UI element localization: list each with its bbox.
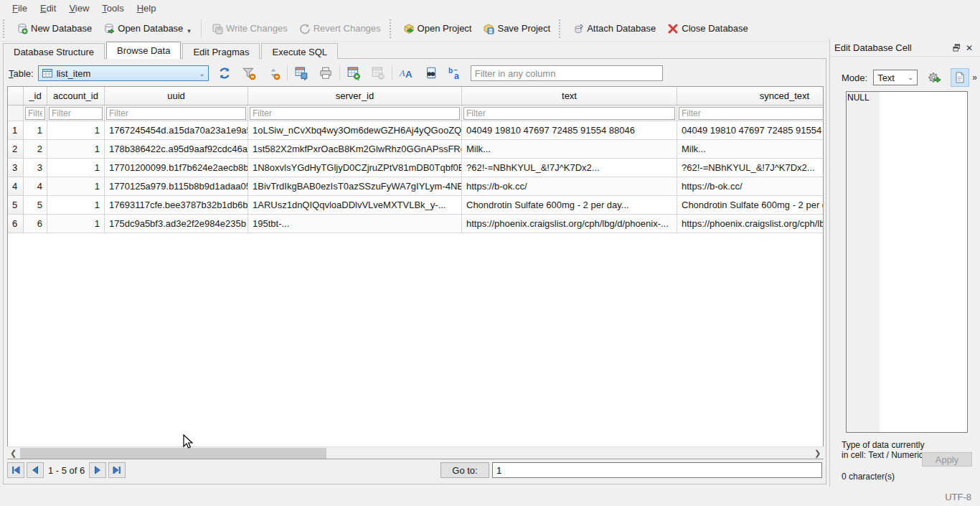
column-header-uuid[interactable]: uuid	[105, 87, 248, 106]
save-project-button[interactable]: Save Project	[477, 19, 556, 38]
menu-tools[interactable]: Tools	[95, 1, 130, 15]
open-project-button[interactable]: Open Project	[397, 19, 478, 38]
revert-changes-icon	[299, 23, 311, 34]
filter-input-text[interactable]	[463, 107, 675, 120]
scroll-left-arrow[interactable]: ❮	[7, 447, 19, 459]
grid-filter-row	[8, 106, 824, 121]
filter-input-synced-text[interactable]	[679, 107, 824, 120]
import-data-button[interactable]	[925, 68, 943, 87]
text-document-button[interactable]	[951, 68, 969, 87]
data-grid: _id account_id uuid server_id text synce…	[7, 86, 824, 459]
refresh-button[interactable]	[216, 65, 233, 82]
more-buttons-chevron[interactable]: »	[972, 72, 977, 83]
column-header-id[interactable]: _id	[24, 87, 47, 106]
menu-file[interactable]: File	[6, 1, 34, 15]
table-row[interactable]: 2 2 1 178b386422c.a95d9aaf92cdc46a 1st58…	[8, 140, 824, 159]
open-database-dropdown-caret[interactable]: ▾	[187, 27, 191, 34]
save-table-button[interactable]	[293, 65, 310, 82]
status-bar: UTF-8	[0, 487, 980, 506]
mode-select[interactable]: Text ⌄	[873, 70, 918, 85]
table-row[interactable]: 5 5 1 17693117cfe.bee3787b32b1db6b 1ARUs…	[8, 196, 824, 215]
filter-input-id[interactable]	[25, 107, 45, 120]
scrollbar-thumb[interactable]	[20, 448, 326, 459]
database-new-icon	[17, 23, 28, 34]
cell-type-info: Type of data currently in cell: Text / N…	[842, 440, 928, 460]
mode-select-value: Text	[877, 72, 895, 83]
filter-input-uuid[interactable]	[106, 107, 246, 120]
last-record-button[interactable]	[108, 462, 126, 478]
cell-editor-area[interactable]: NULL	[846, 91, 968, 433]
print-button[interactable]	[317, 65, 334, 82]
row-number: 3	[8, 159, 24, 177]
row-number: 5	[8, 196, 24, 215]
database-open-icon	[103, 23, 115, 34]
svg-text:A: A	[405, 69, 413, 80]
close-database-button[interactable]: Close Database	[661, 19, 754, 38]
filter-any-column-input[interactable]	[471, 65, 663, 81]
corner-header	[8, 87, 24, 106]
table-row[interactable]: 1 1 1 1767245454d.a15da70a23a1e9a5 1oLSi…	[8, 121, 824, 140]
column-header-server-id[interactable]: server_id	[248, 87, 462, 106]
close-panel-icon[interactable]: ✕	[963, 42, 976, 55]
write-changes-button[interactable]: Write Changes	[206, 19, 293, 38]
record-navigation: 1 - 5 of 6 Go to:	[7, 461, 825, 479]
encoding-indicator[interactable]: UTF-8	[945, 492, 971, 502]
column-header-text[interactable]: text	[462, 87, 677, 106]
dock-title: Edit Database Cell	[834, 42, 950, 53]
main-toolbar: New Database Open Database ▾ Write Chang…	[0, 16, 980, 42]
table-select-value: list_item	[57, 68, 91, 79]
browse-toolbar: Table: list_item ⌄	[4, 63, 826, 83]
delete-record-button[interactable]	[369, 65, 387, 82]
revert-changes-button[interactable]: Revert Changes	[293, 19, 387, 38]
clear-filters-button[interactable]	[240, 65, 258, 82]
table-row[interactable]: 3 3 1 17701200099.b1f7b624e2aecb8b 1N8ox…	[8, 159, 824, 177]
tab-browse-data[interactable]: Browse Data	[106, 42, 181, 59]
open-database-button[interactable]: Open Database ▾	[98, 19, 197, 38]
grid-header-row: _id account_id uuid server_id text synce…	[8, 87, 824, 106]
toolbar-separator	[201, 19, 202, 38]
replace-button[interactable]: ba	[446, 65, 463, 82]
edit-display-format-button[interactable]: AA	[397, 65, 415, 82]
table-row[interactable]: 4 4 1 1770125a979.b115b8b9d1adaa05 1BivT…	[8, 177, 824, 196]
write-changes-label: Write Changes	[226, 23, 288, 34]
next-record-button[interactable]	[89, 462, 106, 478]
filter-corner	[8, 106, 24, 121]
tab-database-structure[interactable]: Database Structure	[3, 43, 105, 59]
project-save-icon	[483, 23, 494, 34]
editor-gutter	[847, 92, 880, 432]
browse-toolbar-separator	[339, 65, 340, 81]
row-number: 1	[8, 121, 24, 140]
menu-view[interactable]: View	[62, 1, 95, 15]
column-header-synced-text[interactable]: synced_text	[677, 87, 824, 106]
filter-input-server-id[interactable]	[250, 107, 460, 120]
scroll-right-arrow[interactable]: ❯	[811, 447, 824, 459]
first-record-button[interactable]	[7, 462, 24, 478]
column-header-account-id[interactable]: account_id	[47, 87, 105, 106]
clear-sorting-button[interactable]	[265, 65, 282, 82]
toolbar-drag-handle	[3, 19, 9, 38]
svg-text:A: A	[399, 68, 405, 78]
edit-database-cell-panel: Edit Database Cell ✕ Mode: Text ⌄ » NULL	[829, 39, 980, 487]
horizontal-scrollbar[interactable]: ❮ ❯	[7, 446, 824, 459]
float-panel-icon[interactable]	[950, 42, 963, 55]
tab-execute-sql[interactable]: Execute SQL	[261, 43, 338, 59]
find-in-table-button[interactable]	[422, 65, 439, 82]
table-row[interactable]: 6 6 1 175dc9a5bf3.ad3e2f2e984e235b 195tb…	[8, 215, 824, 233]
character-count: 0 character(s)	[842, 472, 895, 482]
new-database-button[interactable]: New Database	[11, 19, 98, 38]
menu-edit[interactable]: Edit	[34, 1, 62, 15]
toolbar-drag-handle	[390, 19, 395, 38]
database-attach-icon	[573, 23, 584, 34]
filter-input-account-id[interactable]	[49, 107, 103, 120]
tab-edit-pragmas[interactable]: Edit Pragmas	[182, 43, 260, 59]
goto-record-input[interactable]	[492, 462, 822, 478]
attach-database-label: Attach Database	[587, 23, 656, 34]
menu-help[interactable]: Help	[131, 1, 163, 15]
chevron-down-icon: ⌄	[908, 74, 914, 81]
goto-button[interactable]: Go to:	[440, 462, 489, 478]
previous-record-button[interactable]	[27, 462, 44, 478]
apply-button[interactable]: Apply	[922, 452, 972, 467]
attach-database-button[interactable]: Attach Database	[567, 19, 661, 38]
table-select[interactable]: list_item ⌄	[38, 65, 209, 81]
insert-record-button[interactable]	[345, 65, 362, 82]
